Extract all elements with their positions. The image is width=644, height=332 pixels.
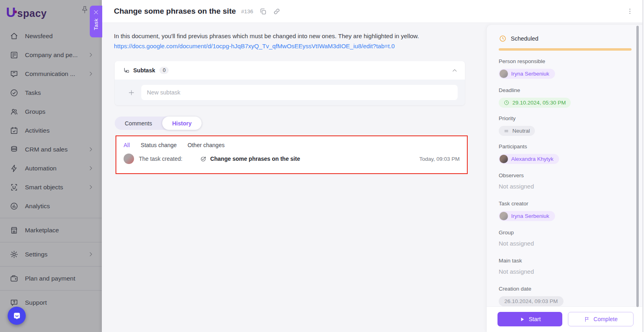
participant-pill[interactable]: Alexandra Khytyk <box>499 154 559 164</box>
comments-history-tabs: Comments History <box>115 117 202 130</box>
subtask-header[interactable]: Subtask 0 <box>115 61 465 80</box>
task-actions-footer: Start Complete <box>487 306 644 332</box>
start-button[interactable]: Start <box>497 312 562 326</box>
equals-icon <box>504 128 509 134</box>
description-link[interactable]: https://docs.google.com/document/d/1ocpg… <box>114 41 395 51</box>
field-label: Group <box>499 230 631 237</box>
person-responsible-name: Iryna Serbeniuk <box>511 71 549 77</box>
description-text: In this document, you'll find previus ph… <box>114 33 419 39</box>
field-priority: Priority Neutral <box>499 115 631 136</box>
task-creator-pill[interactable]: Iryna Serbeniuk <box>499 211 555 221</box>
observers-value[interactable]: Not assigned <box>499 183 631 190</box>
kebab-menu-icon[interactable] <box>626 8 634 15</box>
avatar <box>500 70 508 78</box>
pin-icon[interactable] <box>80 5 89 14</box>
flag-icon <box>584 316 590 322</box>
vertical-scrollbar[interactable] <box>636 26 639 307</box>
play-icon <box>519 316 525 322</box>
history-filter-other-changes[interactable]: Other changes <box>188 142 225 148</box>
field-person-responsible: Person responsible Iryna Serbeniuk <box>499 58 631 80</box>
history-entry-action: The task created: <box>139 156 182 162</box>
task-created-icon <box>200 156 207 162</box>
link-icon[interactable] <box>273 8 281 15</box>
support-chat-button[interactable] <box>8 307 26 325</box>
field-label: Observers <box>499 172 631 180</box>
window-scrollbar-track <box>642 0 644 332</box>
status-row[interactable]: Scheduled <box>499 35 631 43</box>
subtask-title: Subtask <box>133 67 155 74</box>
tab-comments[interactable]: Comments <box>115 117 162 130</box>
avatar <box>500 155 508 163</box>
chevron-up-icon[interactable] <box>452 68 458 74</box>
subtask-body <box>115 80 465 105</box>
participant-name: Alexandra Khytyk <box>511 156 553 162</box>
task-description: In this document, you'll find previus ph… <box>114 31 480 51</box>
task-details-body: Scheduled Person responsible Iryna Serbe… <box>487 25 644 306</box>
page-title: Change some phrases on the site <box>114 7 236 16</box>
history-filters: All Status change Other changes <box>116 136 467 148</box>
complete-button[interactable]: Complete <box>568 312 634 326</box>
add-subtask-icon[interactable] <box>128 89 135 96</box>
field-observers: Observers Not assigned <box>499 172 631 190</box>
task-details-panel: Scheduled Person responsible Iryna Serbe… <box>486 25 644 332</box>
task-number: #136 <box>241 8 253 14</box>
field-task-creator: Task creator Iryna Serbeniuk <box>499 201 631 222</box>
field-label: Priority <box>499 115 631 123</box>
sidebar: Uspacy Newsfeed Company and pe... Commun… <box>0 0 102 332</box>
task-tab-label: Task <box>93 18 99 30</box>
avatar <box>500 212 508 220</box>
status-badge: Scheduled <box>511 35 539 42</box>
start-button-label: Start <box>529 316 541 322</box>
history-entry-task-title[interactable]: Change some phrases on the site <box>210 156 300 162</box>
history-filter-all[interactable]: All <box>124 142 130 148</box>
task-header: Change some phrases on the site #136 <box>102 0 644 23</box>
subtask-count-badge: 0 <box>159 67 169 74</box>
deadline-pill[interactable]: 29.10.2024, 05:30 PM <box>499 98 571 108</box>
field-deadline: Deadline 29.10.2024, 05:30 PM <box>499 87 631 108</box>
field-label: Creation date <box>499 286 631 293</box>
field-participants: Participants Alexandra Khytyk <box>499 143 631 165</box>
close-icon[interactable] <box>93 9 99 15</box>
copy-icon[interactable] <box>259 8 267 15</box>
clock-icon <box>499 35 507 43</box>
field-label: Main task <box>499 258 631 265</box>
field-label: Person responsible <box>499 58 631 66</box>
avatar <box>124 154 134 164</box>
field-group: Group Not assigned <box>499 230 631 247</box>
task-content: In this document, you'll find previus ph… <box>102 23 644 332</box>
priority-value: Neutral <box>512 128 530 134</box>
main-task-value[interactable]: Not assigned <box>499 268 631 275</box>
history-entry-time: Today, 09:03 PM <box>419 156 460 162</box>
history-filter-status-change[interactable]: Status change <box>141 142 177 148</box>
tab-history[interactable]: History <box>162 117 202 130</box>
field-label: Task creator <box>499 201 631 208</box>
clock-icon <box>504 100 510 106</box>
complete-button-label: Complete <box>594 316 618 322</box>
field-label: Participants <box>499 143 631 151</box>
priority-pill[interactable]: Neutral <box>499 126 535 136</box>
group-value[interactable]: Not assigned <box>499 240 631 247</box>
status-progress-bar <box>499 48 632 51</box>
task-panel-tab[interactable]: Task <box>90 6 102 37</box>
new-subtask-input[interactable] <box>141 85 458 100</box>
chat-smile-icon <box>12 312 21 320</box>
history-panel-highlighted: All Status change Other changes The task… <box>116 135 468 174</box>
history-entry: The task created: Change some phrases on… <box>116 148 467 164</box>
field-label: Deadline <box>499 87 631 94</box>
task-panel: Change some phrases on the site #136 In … <box>102 0 644 332</box>
creation-date-pill: 26.10.2024, 09:03 PM <box>499 296 564 306</box>
field-creation-date: Creation date 26.10.2024, 09:03 PM <box>499 286 631 306</box>
task-creator-name: Iryna Serbeniuk <box>511 213 549 219</box>
person-responsible-pill[interactable]: Iryna Serbeniuk <box>499 69 555 79</box>
modal-dim-overlay[interactable] <box>0 0 102 332</box>
deadline-value: 29.10.2024, 05:30 PM <box>512 100 566 106</box>
subtask-branch-icon <box>123 67 130 74</box>
creation-date-value: 26.10.2024, 09:03 PM <box>504 298 558 304</box>
field-main-task: Main task Not assigned <box>499 258 631 275</box>
subtask-section: Subtask 0 <box>115 61 465 105</box>
